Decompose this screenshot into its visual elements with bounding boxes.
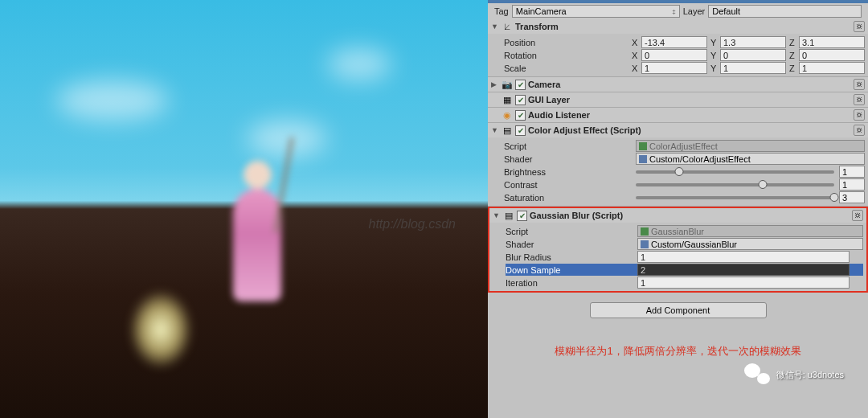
position-z-input[interactable]	[799, 36, 865, 48]
component-gear-icon[interactable]: ⛭	[854, 79, 865, 90]
watermark-text: http://blog.csdn	[368, 217, 456, 232]
blur-radius-label: Blur Radius	[506, 252, 634, 262]
coloradjust-enable-checkbox[interactable]: ✔	[515, 125, 526, 136]
transform-component: ▼ ⟀ Transform ⛭ Position X Y Z Rotation …	[488, 19, 868, 77]
csharp-icon	[641, 227, 649, 236]
slider-thumb-icon[interactable]	[675, 167, 684, 176]
audio-title: Audio Listener	[528, 110, 851, 120]
audio-enable-checkbox[interactable]: ✔	[515, 110, 526, 121]
wechat-overlay: 微信号: u3dnotes	[744, 363, 844, 386]
caption-text: 模糊半径为1，降低两倍分辨率，迭代一次的模糊效果	[488, 344, 868, 359]
component-gear-icon[interactable]: ⛭	[854, 125, 865, 136]
game-preview: http://blog.csdn	[0, 0, 488, 418]
shader-field[interactable]: Custom/ColorAdjustEffect	[636, 153, 865, 165]
light-glow	[129, 289, 193, 370]
slider-thumb-icon[interactable]	[759, 180, 768, 189]
script-field[interactable]: GaussianBlur	[637, 225, 863, 237]
shader-label: Shader	[506, 240, 634, 249]
shader-field[interactable]: Custom/GaussianBlur	[637, 238, 863, 250]
cloud-decoration	[327, 48, 391, 80]
component-gear-icon[interactable]: ⛭	[854, 109, 865, 121]
cloud-decoration	[56, 80, 169, 121]
axis-z-label: Z	[789, 38, 797, 47]
down-sample-label: Down Sample	[506, 265, 634, 275]
contrast-value[interactable]	[839, 178, 865, 191]
rotation-label: Rotation	[504, 51, 628, 60]
camera-component: ▶ 📷 ✔ Camera ⛭	[488, 77, 868, 92]
script-icon: ▤	[503, 210, 514, 221]
brightness-value[interactable]	[839, 166, 865, 178]
down-sample-input[interactable]	[637, 264, 850, 276]
transform-title: Transform	[515, 22, 851, 31]
scale-label: Scale	[504, 64, 628, 73]
brightness-slider[interactable]	[636, 170, 834, 174]
layer-label: Layer	[683, 6, 706, 16]
script-label: Script	[504, 141, 633, 151]
rotation-x-input[interactable]	[641, 49, 707, 61]
script-field[interactable]: ColorAdjustEffect	[636, 140, 865, 152]
brightness-label: Brightness	[504, 167, 633, 177]
rotation-z-input[interactable]	[799, 49, 865, 61]
saturation-label: Saturation	[504, 193, 633, 203]
component-gear-icon[interactable]: ⛭	[854, 21, 865, 32]
shader-icon	[639, 155, 647, 163]
position-x-input[interactable]	[641, 36, 707, 48]
guilayer-enable-checkbox[interactable]: ✔	[515, 95, 526, 105]
saturation-slider[interactable]	[636, 196, 834, 199]
gaussian-blur-component: ▼ ▤ ✔ Gaussian Blur (Script) ⛭ Script Ga…	[488, 207, 868, 293]
guilayer-title: GUI Layer	[528, 95, 851, 104]
tag-label: Tag	[494, 6, 509, 16]
position-label: Position	[504, 38, 628, 47]
cloud-decoration	[247, 121, 327, 157]
audio-icon: ◉	[502, 109, 513, 121]
scale-y-input[interactable]	[720, 62, 786, 74]
inspector-panel: Tag MainCamera ‡ Layer Default ▼ ⟀ Trans…	[488, 0, 868, 418]
foldout-icon[interactable]: ▼	[491, 126, 499, 134]
foldout-icon[interactable]: ▶	[491, 80, 499, 88]
component-gear-icon[interactable]: ⛭	[854, 94, 865, 105]
gaussian-enable-checkbox[interactable]: ✔	[517, 211, 527, 221]
wechat-text: 微信号: u3dnotes	[776, 369, 844, 381]
wechat-icon	[744, 363, 770, 386]
script-label: Script	[506, 227, 634, 236]
camera-icon: 📷	[502, 79, 513, 90]
iteration-label: Iteration	[506, 278, 634, 288]
shader-label: Shader	[504, 154, 633, 164]
audiolistener-component: ▶ ◉ ✔ Audio Listener ⛭	[488, 108, 868, 123]
foldout-icon[interactable]: ▼	[491, 23, 499, 31]
dropdown-arrow-icon: ‡	[672, 8, 675, 15]
contrast-slider[interactable]	[636, 183, 834, 186]
coloradjust-title: Color Adjust Effect (Script)	[528, 125, 851, 135]
camera-enable-checkbox[interactable]: ✔	[515, 80, 526, 90]
layer-value: Default	[712, 6, 740, 16]
shader-icon	[641, 240, 649, 248]
add-component-button[interactable]: Add Component	[590, 302, 767, 318]
saturation-value[interactable]	[839, 191, 865, 203]
gaussian-title: Gaussian Blur (Script)	[530, 211, 850, 220]
blur-radius-input[interactable]	[637, 251, 850, 263]
guilayer-component: ▶ ▦ ✔ GUI Layer ⛭	[488, 92, 868, 108]
transform-icon: ⟀	[502, 21, 513, 32]
contrast-label: Contrast	[504, 180, 633, 190]
component-gear-icon[interactable]: ⛭	[852, 210, 863, 221]
layer-dropdown[interactable]: Default	[708, 5, 862, 18]
scale-x-input[interactable]	[641, 62, 707, 74]
iteration-input[interactable]	[637, 277, 850, 289]
axis-x-label: X	[632, 38, 640, 47]
foldout-icon[interactable]: ▼	[493, 211, 501, 219]
character-sprite	[225, 161, 289, 305]
position-y-input[interactable]	[720, 36, 786, 48]
tag-layer-row: Tag MainCamera ‡ Layer Default	[488, 3, 868, 19]
color-adjust-component: ▼ ▤ ✔ Color Adjust Effect (Script) ⛭ Scr…	[488, 123, 868, 207]
csharp-icon	[639, 142, 647, 150]
guilayer-icon: ▦	[502, 94, 513, 105]
tag-dropdown[interactable]: MainCamera ‡	[512, 5, 680, 18]
script-icon: ▤	[502, 125, 513, 136]
axis-y-label: Y	[710, 38, 719, 47]
slider-thumb-icon[interactable]	[830, 193, 839, 202]
rotation-y-input[interactable]	[720, 49, 786, 61]
scale-z-input[interactable]	[799, 62, 865, 74]
tag-value: MainCamera	[516, 6, 567, 16]
camera-title: Camera	[528, 80, 851, 89]
